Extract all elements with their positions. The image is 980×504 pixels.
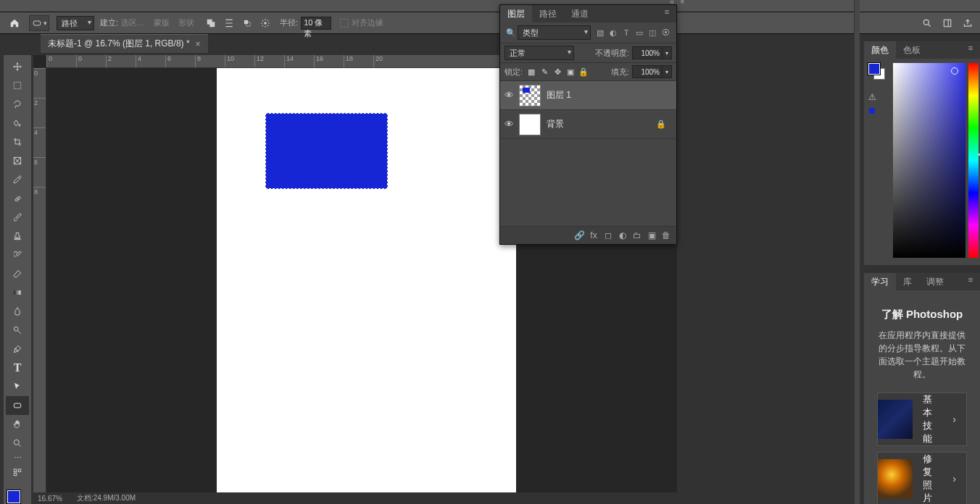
blend-mode-dropdown[interactable]: 正常 [504, 46, 574, 60]
eyedropper-tool[interactable] [6, 170, 29, 189]
layer-mask-icon[interactable]: ◻ [601, 229, 615, 242]
color-picker-marker[interactable] [951, 67, 958, 75]
tab-paths[interactable]: 路径 [532, 5, 564, 22]
hue-slider[interactable] [968, 63, 979, 258]
make-selection-button[interactable]: 选区… [121, 17, 145, 28]
selection-marquee[interactable] [265, 113, 388, 189]
lock-artboard-icon[interactable]: ▣ [565, 66, 576, 77]
marquee-tool[interactable] [6, 76, 29, 95]
brush-tool[interactable] [6, 208, 29, 227]
gear-icon[interactable] [257, 15, 273, 31]
lock-position-icon[interactable]: ✥ [552, 66, 563, 77]
svg-rect-14 [14, 469, 17, 472]
crop-tool[interactable] [6, 133, 29, 151]
filter-shape-icon[interactable]: ▭ [633, 26, 646, 39]
tab-channels[interactable]: 通道 [564, 5, 596, 22]
path-arrange-icon[interactable] [239, 15, 255, 31]
layer-item[interactable]: 👁 图层 1 [500, 81, 676, 110]
hand-tool[interactable] [6, 415, 29, 434]
filter-pixel-icon[interactable]: ▧ [594, 26, 607, 39]
lock-pixels-icon[interactable]: ▩ [526, 66, 537, 77]
panel-close-icon[interactable]: × [680, 0, 689, 6]
dodge-tool[interactable] [6, 321, 29, 340]
layer-visibility-icon[interactable]: 👁 [504, 119, 519, 130]
shape-preset-picker[interactable]: ▾ [29, 15, 49, 31]
workspace-icon[interactable] [939, 15, 955, 31]
filter-adjust-icon[interactable]: ◐ [607, 26, 620, 39]
tab-swatches[interactable]: 色板 [896, 41, 928, 59]
tab-learn[interactable]: 学习 [864, 273, 896, 290]
layer-thumbnail[interactable] [519, 114, 541, 135]
tab-libraries[interactable]: 库 [896, 273, 919, 290]
make-shape-button[interactable]: 形状 [178, 17, 194, 28]
panel-menu-icon[interactable]: ≡ [660, 5, 673, 18]
shape-tool[interactable] [6, 396, 29, 415]
layer-group-icon[interactable]: 🗀 [630, 229, 644, 242]
fill-input[interactable]: 100% [632, 65, 663, 78]
home-button[interactable] [6, 14, 23, 32]
quick-select-tool[interactable] [6, 114, 29, 133]
blur-tool[interactable] [6, 302, 29, 321]
svg-rect-15 [18, 469, 21, 472]
filter-toggle-icon[interactable]: ⦿ [659, 26, 672, 39]
tab-adjustments[interactable]: 调整 [919, 273, 951, 290]
lock-all-icon[interactable]: 🔒 [578, 66, 589, 77]
stamp-tool[interactable] [6, 227, 29, 245]
path-select-tool[interactable] [6, 377, 29, 396]
layer-thumbnail[interactable] [519, 85, 541, 106]
filter-smart-icon[interactable]: ◫ [646, 26, 659, 39]
color-field[interactable] [893, 63, 966, 258]
link-layers-icon[interactable]: 🔗 [572, 229, 586, 242]
close-tab-icon[interactable]: × [196, 39, 201, 49]
align-edges-checkbox[interactable] [340, 19, 349, 28]
lesson-item[interactable]: 修复照片 › [877, 452, 967, 504]
layer-fx-icon[interactable]: fx [586, 229, 601, 242]
zoom-tool[interactable] [6, 434, 29, 453]
filter-search-icon[interactable]: 🔍 [504, 26, 518, 39]
panel-menu-icon[interactable]: ≡ [964, 41, 977, 54]
lesson-title: 修复照片 [913, 453, 942, 504]
filter-kind-dropdown[interactable]: 类型 [518, 25, 591, 40]
tab-color[interactable]: 颜色 [864, 41, 896, 59]
lock-brush-icon[interactable]: ✎ [539, 66, 550, 77]
layer-visibility-icon[interactable]: 👁 [504, 90, 519, 101]
edit-toolbar-button[interactable] [6, 463, 29, 482]
delete-layer-icon[interactable]: 🗑 [659, 229, 673, 242]
panel-menu-icon[interactable]: ≡ [964, 273, 977, 286]
opacity-input[interactable]: 100% [632, 46, 663, 59]
layer-filter-bar: 🔍 类型 ▧ ◐ T ▭ ◫ ⦿ [500, 22, 676, 43]
new-layer-icon[interactable]: ▣ [644, 229, 659, 242]
zoom-level[interactable]: 16.67% [38, 495, 62, 503]
opacity-dropdown-icon[interactable]: ▾ [663, 46, 672, 59]
lesson-item[interactable]: 基本技能 › [877, 392, 967, 446]
layer-item[interactable]: 👁 背景 🔒 [500, 110, 676, 139]
document-tab[interactable]: 未标题-1 @ 16.7% (图层 1, RGB/8) * × [41, 34, 208, 53]
type-tool[interactable]: T [6, 358, 29, 377]
color-chips[interactable] [6, 489, 29, 504]
gradient-tool[interactable] [6, 283, 29, 302]
healing-tool[interactable] [6, 189, 29, 208]
search-icon[interactable] [919, 15, 935, 31]
tool-mode-dropdown[interactable]: 路径 [57, 16, 94, 30]
path-op-combine-icon[interactable] [203, 15, 219, 31]
path-align-icon[interactable] [221, 15, 237, 31]
foreground-color-chip[interactable] [7, 490, 20, 503]
align-edges-label: 对齐边缘 [352, 17, 383, 28]
history-brush-tool[interactable] [6, 245, 29, 264]
move-tool[interactable] [6, 57, 29, 76]
make-mask-button[interactable]: 蒙版 [154, 17, 170, 28]
filter-type-icon[interactable]: T [620, 26, 633, 39]
lasso-tool[interactable] [6, 95, 29, 114]
eraser-tool[interactable] [6, 264, 29, 283]
websafe-icon[interactable]: ◼ [868, 105, 876, 115]
radius-input[interactable]: 10 像素 [301, 17, 331, 30]
hue-indicator-icon[interactable]: ◀ [977, 150, 980, 158]
share-icon[interactable] [960, 15, 976, 31]
frame-tool[interactable] [6, 151, 29, 170]
pen-tool[interactable] [6, 340, 29, 358]
fill-dropdown-icon[interactable]: ▾ [663, 65, 672, 78]
gamut-warning-icon[interactable]: ⚠ [868, 92, 876, 102]
adjustment-layer-icon[interactable]: ◐ [615, 229, 630, 242]
tool-divider: ⋯ [6, 453, 29, 463]
tab-layers[interactable]: 图层 [500, 5, 532, 22]
